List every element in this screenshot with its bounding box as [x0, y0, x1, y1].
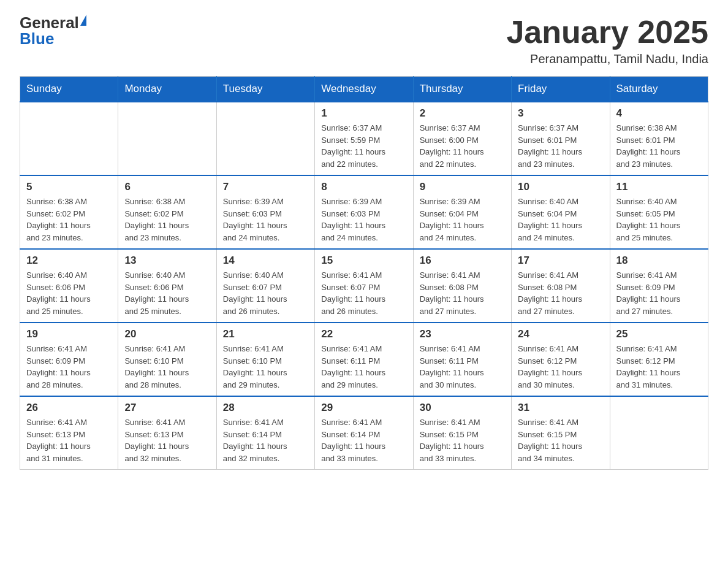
- day-number: 1: [321, 107, 406, 120]
- day-number: 16: [420, 255, 505, 267]
- header-day-tuesday: Tuesday: [216, 77, 314, 102]
- calendar-cell: 10Sunrise: 6:40 AMSunset: 6:04 PMDayligh…: [512, 175, 610, 249]
- day-info: Sunrise: 6:38 AMSunset: 6:01 PMDaylight:…: [616, 122, 702, 170]
- calendar-cell: 30Sunrise: 6:41 AMSunset: 6:15 PMDayligh…: [413, 396, 511, 470]
- day-info: Sunrise: 6:37 AMSunset: 6:01 PMDaylight:…: [518, 122, 603, 170]
- day-number: 3: [518, 107, 603, 120]
- calendar-cell: 12Sunrise: 6:40 AMSunset: 6:06 PMDayligh…: [20, 249, 118, 323]
- day-info: Sunrise: 6:41 AMSunset: 6:15 PMDaylight:…: [518, 416, 603, 464]
- day-number: 23: [420, 328, 505, 340]
- week-row-3: 12Sunrise: 6:40 AMSunset: 6:06 PMDayligh…: [20, 249, 708, 323]
- calendar-table: SundayMondayTuesdayWednesdayThursdayFrid…: [20, 76, 708, 470]
- day-info: Sunrise: 6:39 AMSunset: 6:04 PMDaylight:…: [420, 196, 505, 243]
- day-number: 15: [321, 255, 406, 267]
- day-info: Sunrise: 6:41 AMSunset: 6:09 PMDaylight:…: [26, 343, 112, 391]
- calendar-cell: 5Sunrise: 6:38 AMSunset: 6:02 PMDaylight…: [20, 175, 118, 249]
- header-row: SundayMondayTuesdayWednesdayThursdayFrid…: [20, 77, 708, 102]
- day-number: 22: [321, 328, 406, 340]
- calendar-cell: 31Sunrise: 6:41 AMSunset: 6:15 PMDayligh…: [512, 396, 610, 470]
- calendar-cell: [118, 102, 216, 175]
- calendar-cell: 4Sunrise: 6:38 AMSunset: 6:01 PMDaylight…: [610, 102, 708, 175]
- calendar-cell: 29Sunrise: 6:41 AMSunset: 6:14 PMDayligh…: [315, 396, 413, 470]
- day-number: 13: [124, 255, 210, 267]
- day-number: 25: [616, 328, 702, 340]
- logo-triangle-icon: [80, 15, 86, 26]
- calendar-header: SundayMondayTuesdayWednesdayThursdayFrid…: [20, 77, 708, 102]
- logo: General Blue: [20, 15, 86, 47]
- calendar-cell: [20, 102, 118, 175]
- day-number: 2: [420, 107, 505, 120]
- day-number: 12: [26, 255, 112, 267]
- day-info: Sunrise: 6:41 AMSunset: 6:13 PMDaylight:…: [26, 416, 112, 464]
- header-day-sunday: Sunday: [20, 77, 118, 102]
- day-number: 11: [616, 181, 702, 193]
- day-info: Sunrise: 6:41 AMSunset: 6:08 PMDaylight:…: [420, 269, 505, 317]
- calendar-cell: 7Sunrise: 6:39 AMSunset: 6:03 PMDaylight…: [216, 175, 314, 249]
- day-number: 29: [321, 402, 406, 414]
- day-info: Sunrise: 6:41 AMSunset: 6:10 PMDaylight:…: [124, 343, 210, 391]
- calendar-cell: 17Sunrise: 6:41 AMSunset: 6:08 PMDayligh…: [512, 249, 610, 323]
- calendar-cell: 25Sunrise: 6:41 AMSunset: 6:12 PMDayligh…: [610, 323, 708, 396]
- location-subtitle: Peranampattu, Tamil Nadu, India: [506, 52, 708, 66]
- day-info: Sunrise: 6:37 AMSunset: 6:00 PMDaylight:…: [420, 122, 505, 170]
- day-info: Sunrise: 6:39 AMSunset: 6:03 PMDaylight:…: [321, 196, 406, 243]
- day-info: Sunrise: 6:41 AMSunset: 6:13 PMDaylight:…: [124, 416, 210, 464]
- day-number: 8: [321, 181, 406, 193]
- header-day-friday: Friday: [512, 77, 610, 102]
- day-info: Sunrise: 6:41 AMSunset: 6:14 PMDaylight:…: [223, 416, 308, 464]
- logo-general: General: [20, 15, 79, 31]
- calendar-cell: 2Sunrise: 6:37 AMSunset: 6:00 PMDaylight…: [413, 102, 511, 175]
- day-info: Sunrise: 6:41 AMSunset: 6:11 PMDaylight:…: [321, 343, 406, 391]
- calendar-cell: 8Sunrise: 6:39 AMSunset: 6:03 PMDaylight…: [315, 175, 413, 249]
- day-info: Sunrise: 6:41 AMSunset: 6:15 PMDaylight:…: [420, 416, 505, 464]
- day-info: Sunrise: 6:41 AMSunset: 6:09 PMDaylight:…: [616, 269, 702, 317]
- calendar-cell: 11Sunrise: 6:40 AMSunset: 6:05 PMDayligh…: [610, 175, 708, 249]
- calendar-cell: 3Sunrise: 6:37 AMSunset: 6:01 PMDaylight…: [512, 102, 610, 175]
- title-section: January 2025 Peranampattu, Tamil Nadu, I…: [506, 15, 708, 66]
- day-info: Sunrise: 6:40 AMSunset: 6:06 PMDaylight:…: [124, 269, 210, 317]
- day-number: 5: [26, 181, 112, 193]
- calendar-cell: 6Sunrise: 6:38 AMSunset: 6:02 PMDaylight…: [118, 175, 216, 249]
- day-number: 27: [124, 402, 210, 414]
- day-number: 28: [223, 402, 308, 414]
- day-number: 19: [26, 328, 112, 340]
- day-number: 14: [223, 255, 308, 267]
- calendar-cell: 26Sunrise: 6:41 AMSunset: 6:13 PMDayligh…: [20, 396, 118, 470]
- day-number: 26: [26, 402, 112, 414]
- calendar-body: 1Sunrise: 6:37 AMSunset: 5:59 PMDaylight…: [20, 102, 708, 470]
- day-number: 9: [420, 181, 505, 193]
- day-info: Sunrise: 6:39 AMSunset: 6:03 PMDaylight:…: [223, 196, 308, 243]
- calendar-cell: 18Sunrise: 6:41 AMSunset: 6:09 PMDayligh…: [610, 249, 708, 323]
- day-number: 4: [616, 107, 702, 120]
- calendar-cell: 24Sunrise: 6:41 AMSunset: 6:12 PMDayligh…: [512, 323, 610, 396]
- calendar-cell: 14Sunrise: 6:40 AMSunset: 6:07 PMDayligh…: [216, 249, 314, 323]
- day-number: 7: [223, 181, 308, 193]
- calendar-cell: 9Sunrise: 6:39 AMSunset: 6:04 PMDaylight…: [413, 175, 511, 249]
- day-info: Sunrise: 6:40 AMSunset: 6:05 PMDaylight:…: [616, 196, 702, 243]
- calendar-cell: [216, 102, 314, 175]
- day-number: 20: [124, 328, 210, 340]
- day-info: Sunrise: 6:41 AMSunset: 6:10 PMDaylight:…: [223, 343, 308, 391]
- day-info: Sunrise: 6:41 AMSunset: 6:12 PMDaylight:…: [616, 343, 702, 391]
- day-info: Sunrise: 6:40 AMSunset: 6:04 PMDaylight:…: [518, 196, 603, 243]
- day-info: Sunrise: 6:40 AMSunset: 6:06 PMDaylight:…: [26, 269, 112, 317]
- header-day-monday: Monday: [118, 77, 216, 102]
- calendar-cell: 20Sunrise: 6:41 AMSunset: 6:10 PMDayligh…: [118, 323, 216, 396]
- day-info: Sunrise: 6:40 AMSunset: 6:07 PMDaylight:…: [223, 269, 308, 317]
- day-number: 17: [518, 255, 603, 267]
- logo-blue: Blue: [20, 31, 54, 47]
- calendar-cell: 21Sunrise: 6:41 AMSunset: 6:10 PMDayligh…: [216, 323, 314, 396]
- week-row-2: 5Sunrise: 6:38 AMSunset: 6:02 PMDaylight…: [20, 175, 708, 249]
- day-number: 30: [420, 402, 505, 414]
- week-row-1: 1Sunrise: 6:37 AMSunset: 5:59 PMDaylight…: [20, 102, 708, 175]
- week-row-5: 26Sunrise: 6:41 AMSunset: 6:13 PMDayligh…: [20, 396, 708, 470]
- header-day-saturday: Saturday: [610, 77, 708, 102]
- day-info: Sunrise: 6:41 AMSunset: 6:07 PMDaylight:…: [321, 269, 406, 317]
- header-day-wednesday: Wednesday: [315, 77, 413, 102]
- calendar-cell: 16Sunrise: 6:41 AMSunset: 6:08 PMDayligh…: [413, 249, 511, 323]
- calendar-cell: 1Sunrise: 6:37 AMSunset: 5:59 PMDaylight…: [315, 102, 413, 175]
- day-number: 31: [518, 402, 603, 414]
- calendar-cell: 22Sunrise: 6:41 AMSunset: 6:11 PMDayligh…: [315, 323, 413, 396]
- day-number: 10: [518, 181, 603, 193]
- day-info: Sunrise: 6:41 AMSunset: 6:12 PMDaylight:…: [518, 343, 603, 391]
